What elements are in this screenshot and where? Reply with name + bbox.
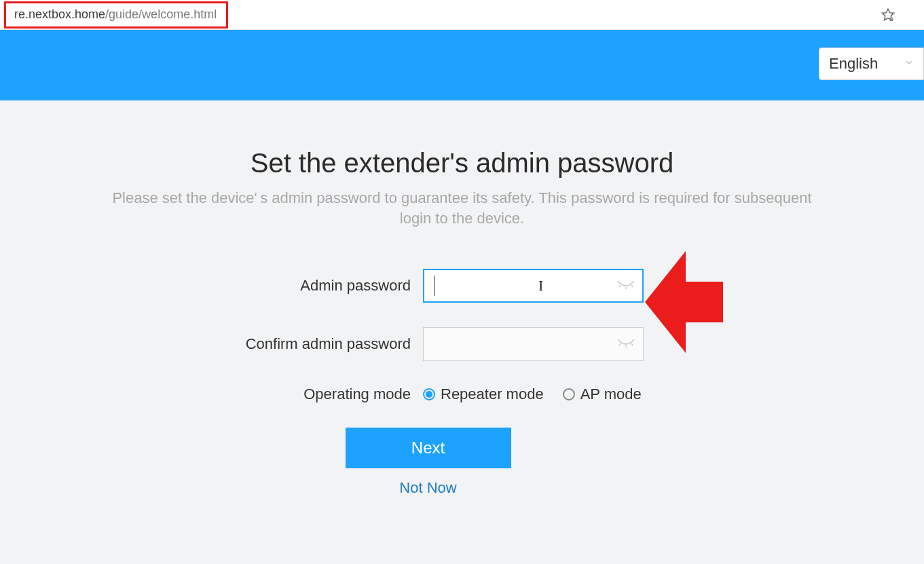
not-now-link[interactable]: Not Now (399, 479, 456, 497)
browser-address-bar: re.nextbox.home/guide/welcome.html (0, 0, 924, 30)
label-confirm-password: Confirm admin password (199, 335, 423, 353)
url-domain: re.nextbox.home (14, 7, 105, 22)
row-confirm-password: Confirm admin password (0, 327, 883, 361)
language-selected-label: English (829, 55, 878, 73)
favorites-icon[interactable] (881, 7, 895, 22)
label-admin-password: Admin password (199, 277, 423, 295)
top-banner: English (0, 30, 924, 100)
next-button[interactable]: Next (346, 428, 511, 468)
radio-repeater-mode[interactable]: Repeater mode (423, 386, 544, 403)
confirm-password-field-wrap (423, 327, 644, 361)
url-path: /guide/welcome.html (105, 7, 217, 22)
label-operating-mode: Operating mode (199, 386, 423, 403)
url-highlight-box[interactable]: re.nextbox.home/guide/welcome.html (4, 1, 228, 29)
row-admin-password: Admin password I (0, 269, 883, 303)
chevron-down-icon (904, 58, 914, 70)
admin-password-input[interactable] (423, 269, 644, 303)
confirm-password-input[interactable] (423, 327, 644, 361)
radio-dot-checked-icon (423, 388, 435, 400)
admin-password-field-wrap: I (423, 269, 644, 303)
svg-marker-1 (645, 251, 723, 353)
row-operating-mode: Operating mode Repeater mode AP mode (0, 386, 883, 403)
language-select[interactable]: English (819, 48, 924, 80)
text-caret (434, 276, 435, 296)
radio-dot-unchecked-icon (563, 388, 575, 400)
radio-ap-mode[interactable]: AP mode (563, 386, 642, 403)
page-content: Set the extender's admin password Please… (0, 100, 924, 564)
annotation-arrow-icon (645, 244, 726, 362)
operating-mode-radio-group: Repeater mode AP mode (423, 386, 644, 403)
page-title: Set the extender's admin password (0, 148, 924, 178)
eye-closed-icon[interactable] (616, 278, 635, 293)
eye-closed-icon[interactable] (616, 337, 635, 352)
page-subtitle: Please set the device' s admin password … (106, 188, 819, 228)
setup-form: Admin password I Confirm admin password (0, 269, 883, 497)
radio-ap-label: AP mode (580, 386, 642, 403)
radio-repeater-label: Repeater mode (441, 386, 544, 403)
